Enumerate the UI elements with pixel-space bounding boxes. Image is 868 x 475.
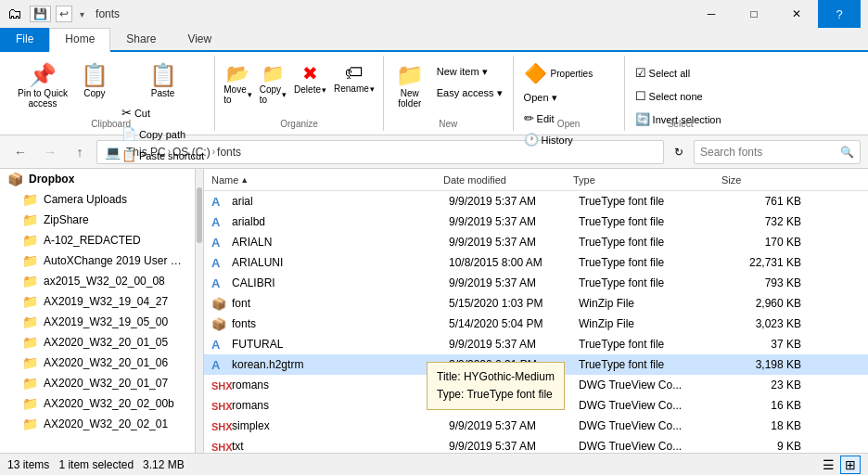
move-icon: 📂 [226, 62, 249, 84]
properties-button[interactable]: 🔶 Properties [519, 59, 598, 87]
ribbon-group-clipboard: 📌 Pin to Quickaccess 📋 Copy 📋 Paste ✂ Cu… [7, 56, 215, 131]
save-icon[interactable]: 💾 [30, 6, 51, 22]
file-date-10: 9/9/2019 5:37 AM [449, 399, 579, 412]
rename-button[interactable]: 🏷 Rename [331, 59, 377, 108]
sidebar-item-11[interactable]: 📁AX2020_W32_20_02_00b [0, 393, 195, 414]
select-none-button[interactable]: ☐ Select none [631, 86, 726, 106]
open-button[interactable]: Open ▾ [519, 89, 598, 107]
move-label: Moveto [223, 84, 251, 105]
sidebar-item-1[interactable]: 📁Camera Uploads [0, 189, 195, 210]
file-name-4: CALIBRI [232, 276, 449, 289]
search-box: 🔍 [694, 140, 861, 164]
file-row-10[interactable]: SHX romans 9/9/2019 5:37 AM DWG TrueView… [204, 395, 868, 416]
large-icons-view-button[interactable]: ⊞ [840, 456, 861, 474]
new-item-button[interactable]: New item ▾ [432, 63, 507, 81]
file-row-7[interactable]: A FUTURAL 9/9/2019 5:37 AM TrueType font… [204, 334, 868, 354]
sidebar-label-5: ax2015_W32_02_00_08 [44, 275, 165, 288]
search-input[interactable] [700, 146, 840, 159]
history-button[interactable]: 🕐 History [519, 130, 598, 149]
copy-to-button[interactable]: 📁 Copyto [257, 59, 289, 108]
file-row-2[interactable]: A ARIALN 9/9/2019 5:37 AM TrueType font … [204, 232, 868, 252]
sidebar-label-1: Camera Uploads [44, 193, 127, 206]
sidebar-item-2[interactable]: 📁ZipShare [0, 210, 195, 230]
organize-row: 📂 Moveto 📁 Copyto ✖ Delete 🏷 Rename [221, 59, 377, 108]
file-row-11[interactable]: SHX simplex 9/9/2019 5:37 AM DWG TrueVie… [204, 416, 868, 436]
file-row-8[interactable]: A korean.h2gtrm 2/9/2020 6:21 PM TrueTyp… [204, 354, 868, 375]
file-row-6[interactable]: 📦 fonts 5/14/2020 5:04 PM WinZip File 3,… [204, 314, 868, 334]
sidebar-label-2: ZipShare [44, 213, 89, 226]
select-all-button[interactable]: ☑ Select all [631, 63, 726, 83]
sidebar-item-3[interactable]: 📁A-102_REDACTED [0, 230, 195, 250]
col-header-name[interactable]: Name ▲ [211, 174, 443, 186]
sidebar-item-5[interactable]: 📁ax2015_W32_02_00_08 [0, 271, 195, 291]
copy-label: Copy [83, 88, 105, 98]
details-view-button[interactable]: ☰ [818, 456, 838, 474]
sidebar-item-10[interactable]: 📁AX2020_W32_20_01_07 [0, 373, 195, 393]
sidebar-scroll-thumb[interactable] [197, 187, 202, 243]
sidebar-icon-10: 📁 [22, 376, 38, 391]
history-icon: 🕐 [524, 133, 539, 147]
tab-file[interactable]: File [0, 28, 49, 50]
sidebar-icon-1: 📁 [22, 192, 38, 207]
tab-share[interactable]: Share [110, 28, 172, 50]
file-type-8: TrueType font file [579, 358, 727, 371]
file-date-7: 9/9/2019 5:37 AM [449, 338, 579, 351]
paste-shortcut-button[interactable]: 📋 Paste shortcut [117, 146, 209, 165]
copy-button[interactable]: 📋 Copy [74, 59, 115, 165]
file-row-0[interactable]: A arial 9/9/2019 5:37 AM TrueType font f… [204, 191, 868, 212]
sidebar-item-0[interactable]: 📦Dropbox [0, 169, 195, 189]
refresh-button[interactable]: ↻ [668, 140, 690, 164]
sidebar-scrollbar[interactable] [196, 169, 203, 453]
file-row-5[interactable]: 📦 font 5/15/2020 1:03 PM WinZip File 2,9… [204, 293, 868, 314]
col-header-size[interactable]: Size [721, 174, 796, 186]
file-row-4[interactable]: A CALIBRI 9/9/2019 5:37 AM TrueType font… [204, 273, 868, 293]
file-row-12[interactable]: SHX txt 9/9/2019 5:37 AM DWG TrueView Co… [204, 436, 868, 453]
tab-home[interactable]: Home [49, 28, 110, 52]
close-button[interactable]: ✕ [775, 0, 818, 28]
history-label: History [542, 135, 573, 146]
col-header-type[interactable]: Type [573, 174, 721, 186]
sidebar-label-10: AX2020_W32_20_01_07 [44, 377, 168, 390]
file-row-1[interactable]: A arialbd 9/9/2019 5:37 AM TrueType font… [204, 212, 868, 232]
file-date-8: 2/9/2020 6:21 PM [449, 358, 579, 371]
tab-view[interactable]: View [172, 28, 227, 50]
col-header-date[interactable]: Date modified [443, 174, 573, 186]
move-to-button[interactable]: 📂 Moveto [221, 59, 254, 108]
file-date-4: 9/9/2019 5:37 AM [449, 276, 579, 289]
file-date-5: 5/15/2020 1:03 PM [449, 297, 579, 310]
copy-to-label: Copyto [260, 84, 287, 105]
undo-icon[interactable]: ↩ [56, 6, 72, 22]
paste-button[interactable]: 📋 Paste [117, 59, 209, 101]
sidebar-item-7[interactable]: 📁AX2019_W32_19_05_00 [0, 312, 195, 332]
file-size-11: 18 KB [727, 419, 801, 432]
sidebar-item-9[interactable]: 📁AX2020_W32_20_01_06 [0, 353, 195, 373]
file-row-9[interactable]: SHX romans 9/9/2019 5:37 AM DWG TrueView… [204, 375, 868, 395]
help-button[interactable]: ? [818, 0, 861, 28]
sidebar-item-12[interactable]: 📁AX2020_W32_20_02_01 [0, 414, 195, 434]
open-row: 🔶 Properties Open ▾ ✏ Edit 🕐 History [519, 59, 619, 149]
sidebar-item-4[interactable]: 📁AutoXChange 2019 User Manual [0, 250, 195, 271]
file-size-1: 732 KB [727, 215, 801, 228]
file-date-3: 10/8/2015 8:00 AM [449, 256, 579, 269]
sidebar-icon-6: 📁 [22, 294, 38, 309]
minimize-button[interactable]: ─ [690, 0, 733, 28]
file-icon-1: A [211, 214, 226, 229]
new-folder-button[interactable]: 📁 Newfolder [389, 59, 430, 111]
file-icon-11: SHX [211, 418, 226, 433]
sidebar-icon-11: 📁 [22, 396, 38, 411]
sidebar-label-9: AX2020_W32_20_01_06 [44, 356, 168, 369]
sidebar-icon-5: 📁 [22, 274, 38, 289]
delete-button[interactable]: ✖ Delete [291, 59, 329, 108]
sidebar-icon-12: 📁 [22, 417, 38, 431]
sidebar-item-6[interactable]: 📁AX2019_W32_19_04_27 [0, 291, 195, 312]
dropdown-arrow[interactable]: ▾ [80, 9, 84, 19]
delete-label: Delete [294, 84, 326, 95]
pin-to-quick-access-button[interactable]: 📌 Pin to Quickaccess [13, 59, 72, 165]
path-fonts[interactable]: fonts [217, 146, 241, 159]
easy-access-button[interactable]: Easy access ▾ [432, 84, 507, 102]
maximize-button[interactable]: □ [733, 0, 775, 28]
sidebar-item-8[interactable]: 📁AX2020_W32_20_01_05 [0, 332, 195, 353]
file-row-3[interactable]: A ARIALUNI 10/8/2015 8:00 AM TrueType fo… [204, 252, 868, 273]
sidebar-label-12: AX2020_W32_20_02_01 [44, 417, 168, 430]
open-label: Open ▾ [524, 92, 557, 104]
